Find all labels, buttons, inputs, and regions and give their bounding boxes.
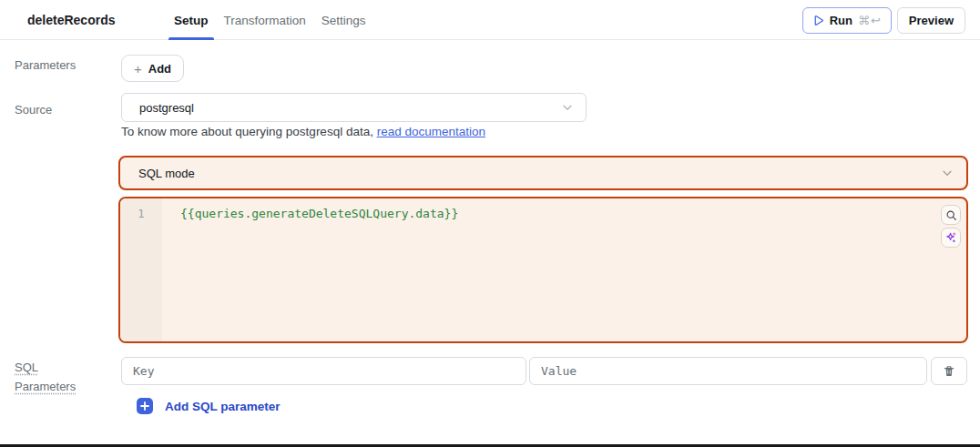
query-name: deleteRecords [27,0,115,40]
preview-button-label: Preview [909,14,954,27]
ai-assist-button[interactable] [941,228,961,248]
sql-mode-dropdown[interactable]: SQL mode [118,156,968,190]
sql-parameter-key-input[interactable] [121,357,526,385]
tab-settings-label: Settings [322,14,366,27]
chevron-down-icon [941,167,954,179]
play-icon [812,15,824,26]
editor-buttons [941,205,961,248]
source-dropdown-value: postgresql [139,101,561,115]
header-actions: Run ⌘↩ Preview [802,7,965,34]
preview-button[interactable]: Preview [897,7,965,34]
read-documentation-link[interactable]: read documentation [377,125,485,138]
run-shortcut: ⌘↩ [858,14,882,27]
plus-icon: + [134,62,142,76]
source-dropdown[interactable]: postgresql [121,93,587,122]
query-tabs: Setup Transformation Settings [168,0,372,40]
line-number: 1 [120,207,162,220]
editor-code-line[interactable]: {{queries.generateDeleteSQLQuery.data}} [162,198,966,341]
query-header: deleteRecords Setup Transformation Setti… [0,0,980,40]
editor-gutter: 1 [120,198,162,341]
search-icon [945,209,957,221]
add-sql-parameter-label: Add SQL parameter [165,400,281,413]
add-parameter-button[interactable]: + Add [121,55,184,82]
run-button-label: Run [830,14,852,27]
tab-transformation[interactable]: Transformation [219,0,311,40]
run-button[interactable]: Run ⌘↩ [802,7,892,34]
plus-square-icon [137,398,153,414]
add-sql-parameter-button[interactable]: Add SQL parameter [137,398,281,414]
search-button[interactable] [941,205,961,225]
tab-transformation-label: Transformation [224,14,306,27]
delete-parameter-button[interactable] [931,357,967,385]
source-label: Source [15,103,52,117]
sql-parameter-value-input[interactable] [529,357,927,385]
parameters-label: Parameters [15,58,76,72]
ai-sparkle-icon [944,231,957,244]
chevron-down-icon [561,101,574,114]
tab-settings[interactable]: Settings [316,0,372,40]
tab-setup[interactable]: Setup [168,0,214,40]
sql-parameters-label: SQL Parameters [15,358,91,396]
add-parameter-label: Add [148,62,171,76]
source-help-text: To know more about querying postgresql d… [121,125,485,138]
tab-setup-label: Setup [174,14,209,27]
query-editor-panel: deleteRecords Setup Transformation Setti… [0,0,980,447]
sql-code-editor[interactable]: 1 {{queries.generateDeleteSQLQuery.data}… [118,197,968,343]
trash-icon [943,365,955,378]
sql-mode-dropdown-value: SQL mode [138,167,941,180]
source-help-prefix: To know more about querying postgresql d… [121,125,377,138]
